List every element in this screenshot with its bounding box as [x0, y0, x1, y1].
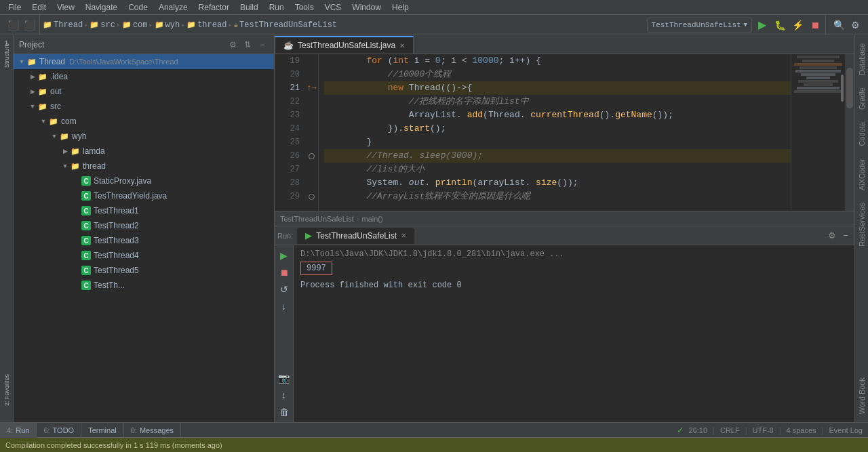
folder-icon-thread: 📁 — [27, 58, 37, 66]
bottom-tab-terminal[interactable]: Terminal — [81, 423, 124, 438]
tree-node-out[interactable]: ▶ 📁 out — [14, 84, 274, 99]
tree-node-idea[interactable]: ▶ 📁 .idea — [14, 69, 274, 84]
status-bar: ✓ 26:10 | CRLF | UTF-8 | 4 spaces | Even… — [677, 426, 868, 435]
run-tab-close-btn[interactable]: ✕ — [401, 232, 406, 239]
run-play-btn[interactable]: ▶ — [277, 248, 292, 263]
run-main: ▶ ⏹ ↺ ↓ 📷 ↕ 🗑 D:\Tools\Java\JDK\JDK1.8\j… — [275, 245, 854, 422]
toolbar-forward-btn[interactable]: ⬛ — [22, 18, 37, 33]
right-panel-codota[interactable]: Codota — [856, 117, 867, 151]
main-area: 1 Structure 2: Favorites Project ⚙ ⇅ − ▼… — [0, 35, 868, 422]
tree-label-tt1: TestThread1 — [94, 206, 139, 215]
tree-node-staticproxy[interactable]: C StaticProxy.java — [14, 173, 274, 188]
left-icon-favorites[interactable]: 2: Favorites — [1, 384, 12, 395]
menu-build[interactable]: Build — [235, 1, 264, 14]
run-stop-btn[interactable]: ⏹ — [277, 265, 292, 280]
vertical-scrollbar[interactable] — [845, 54, 854, 211]
run-tab-main[interactable]: ▶ TestThreadUnSafeList ✕ — [297, 228, 414, 244]
run-screenshot-btn[interactable]: 📷 — [277, 371, 292, 386]
settings-btn[interactable]: ⚙ — [848, 18, 863, 33]
panel-settings-btn[interactable]: ⚙ — [226, 39, 239, 51]
breadcrumb-wyh[interactable]: 📁 wyh — [155, 20, 180, 30]
todo-tab-num: 6: — [43, 426, 50, 434]
right-panel-gradle[interactable]: Gradle — [856, 82, 867, 115]
tree-node-tt5[interactable]: C TestThread5 — [14, 263, 274, 278]
code-line-28: System. out. println(arrayList. size()); — [324, 176, 791, 190]
folder-icon-2: 📁 — [90, 20, 99, 29]
tree-label-staticproxy: StaticProxy.java — [94, 176, 151, 186]
right-panel-rest[interactable]: RestServices — [856, 197, 867, 252]
right-panel-wordbook[interactable]: Word Book — [856, 372, 867, 419]
bottom-tab-run[interactable]: 4: Run — [0, 423, 37, 438]
folder-icon: 📁 — [43, 20, 52, 29]
tree-node-src[interactable]: ▼ 📁 src — [14, 99, 274, 114]
breadcrumb-com[interactable]: 📁 com — [122, 20, 148, 30]
run-down-btn[interactable]: ↓ — [277, 299, 292, 314]
breadcrumb-sep-1: ▸ — [84, 21, 88, 29]
run-config-selector[interactable]: TestThreadUnSafeList ▼ — [647, 18, 752, 33]
tree-node-yield[interactable]: C TesThreadYield.java — [14, 188, 274, 203]
status-position: 26:10 — [689, 426, 708, 434]
run-scroll-btn[interactable]: ↕ — [277, 388, 292, 403]
tree-node-ttmore[interactable]: C TestTh... — [14, 278, 274, 293]
run-btn[interactable]: ▶ — [755, 18, 770, 33]
menu-vcs[interactable]: VCS — [319, 1, 347, 14]
menu-file[interactable]: File — [3, 1, 26, 14]
editor-tab-main[interactable]: ☕ TestThreadUnSafeList.java ✕ — [275, 36, 414, 54]
status-eventlog[interactable]: Event Log — [829, 426, 863, 434]
run-config-dropdown-icon: ▼ — [744, 22, 747, 28]
run-sidebar: ▶ ⏹ ↺ ↓ 📷 ↕ 🗑 — [275, 245, 294, 422]
notification-text: Compilation completed successfully in 1 … — [5, 441, 222, 449]
right-panel-database[interactable]: Database — [856, 38, 867, 81]
java-class-icon-tt4: C — [81, 251, 91, 260]
menu-window[interactable]: Window — [347, 1, 387, 14]
run-minimize-btn[interactable]: − — [840, 230, 852, 242]
menu-view[interactable]: View — [52, 1, 80, 14]
status-sep-3: | — [779, 426, 781, 434]
breadcrumb-thread-pkg[interactable]: 📁 thread — [186, 20, 226, 30]
menu-help[interactable]: Help — [387, 1, 414, 14]
menu-bar: File Edit View Navigate Code Analyze Ref… — [0, 0, 868, 15]
status-sep-1: | — [713, 426, 715, 434]
menu-analyze[interactable]: Analyze — [153, 1, 193, 14]
menu-code[interactable]: Code — [123, 1, 153, 14]
debug-btn[interactable]: 🐛 — [772, 18, 787, 33]
bottom-tab-messages[interactable]: 0: Messages — [124, 423, 181, 438]
breadcrumb-sep-4: ▸ — [181, 21, 185, 29]
status-charset: UTF-8 — [753, 426, 774, 434]
panel-collapse-btn[interactable]: − — [256, 39, 269, 51]
bottom-tab-todo[interactable]: 6: TODO — [37, 423, 81, 438]
tree-node-com[interactable]: ▼ 📁 com — [14, 114, 274, 129]
left-icon-structure[interactable]: Structure — [1, 50, 12, 61]
menu-navigate[interactable]: Navigate — [80, 1, 123, 14]
toolbar-back-btn[interactable]: ⬛ — [5, 18, 20, 33]
tab-close-btn[interactable]: ✕ — [399, 42, 405, 49]
tree-node-lamda[interactable]: ▶ 📁 lamda — [14, 144, 274, 159]
breadcrumb-thread[interactable]: 📁 Thread — [43, 20, 83, 30]
run-settings-btn[interactable]: ⚙ — [826, 230, 838, 242]
stop-btn[interactable]: ⏹ — [808, 18, 823, 33]
tree-node-wyh[interactable]: ▼ 📁 wyh — [14, 129, 274, 144]
menu-refactor[interactable]: Refactor — [193, 1, 235, 14]
tree-node-tt2[interactable]: C TestThread2 — [14, 218, 274, 233]
code-line-29: //ArrayList线程不安全的原因是什么呢 — [324, 190, 791, 203]
menu-edit[interactable]: Edit — [26, 1, 52, 14]
run-rerun-btn[interactable]: ↺ — [277, 282, 292, 297]
panel-sort-btn[interactable]: ⇅ — [241, 39, 254, 51]
scrollbar-thumb[interactable] — [846, 68, 853, 108]
menu-tools[interactable]: Tools — [290, 1, 319, 14]
menu-run[interactable]: Run — [264, 1, 290, 14]
tree-node-tt3[interactable]: C TestThread3 — [14, 233, 274, 248]
right-panel-aixcoder[interactable]: AiXCoder — [856, 153, 867, 196]
run-clear-btn[interactable]: 🗑 — [277, 405, 292, 419]
tree-node-tt1[interactable]: C TestThread1 — [14, 203, 274, 218]
code-line-25: } — [324, 136, 791, 149]
breadcrumb-src[interactable]: 📁 src — [90, 20, 115, 30]
search-everywhere-btn[interactable]: 🔍 — [831, 18, 846, 33]
tree-node-tt4[interactable]: C TestThread4 — [14, 248, 274, 263]
run-coverage-btn[interactable]: ⚡ — [790, 18, 805, 33]
tree-node-thread-pkg[interactable]: ▼ 📁 thread — [14, 159, 274, 173]
breadcrumb-file[interactable]: ☕ TestThreadUnSafeList — [233, 20, 337, 30]
tree-node-thread[interactable]: ▼ 📁 Thread D:\Tools\JavaWorkSpace\Thread — [14, 54, 274, 69]
java-class-icon-ttmore: C — [81, 281, 91, 290]
code-editor[interactable]: for (int i = 0; i < 10000; i++) { //1000… — [319, 54, 791, 211]
